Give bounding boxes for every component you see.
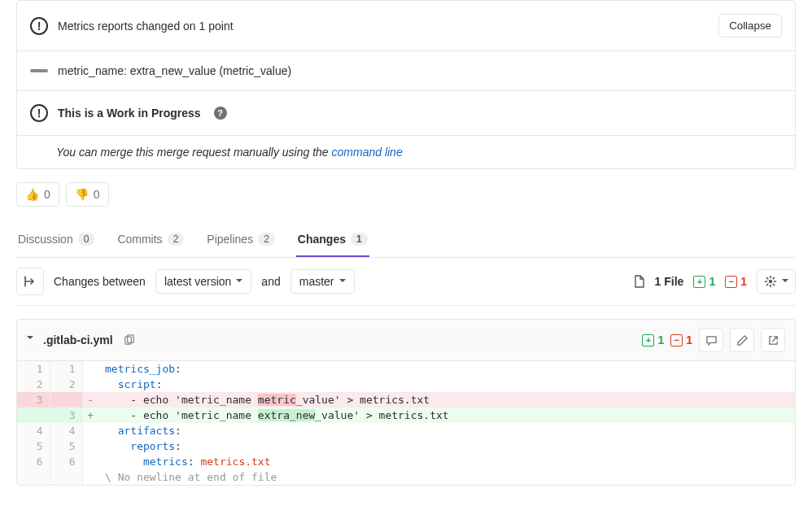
new-line-number[interactable]: 1 xyxy=(50,361,82,377)
old-line-number[interactable]: 2 xyxy=(17,377,50,392)
new-line-number[interactable] xyxy=(50,469,82,485)
diff-table: 11metrics_job:22 script:3- - echo 'metri… xyxy=(17,361,795,485)
tab-discussion-count: 0 xyxy=(78,233,95,246)
compare-bar: Changes between latest version and maste… xyxy=(16,258,796,306)
tab-discussion-label: Discussion xyxy=(18,233,73,246)
new-line-number[interactable]: 4 xyxy=(50,423,82,438)
tab-changes[interactable]: Changes 1 xyxy=(296,223,369,257)
total-removed: − 1 xyxy=(725,275,747,288)
dropdown-left-version[interactable]: latest version xyxy=(155,269,251,294)
chevron-down-icon xyxy=(339,275,346,288)
total-added: + 1 xyxy=(693,275,715,288)
file-added: + 1 xyxy=(642,333,664,346)
new-line-number[interactable] xyxy=(50,392,82,408)
old-line-number[interactable]: 5 xyxy=(17,438,50,454)
tab-pipelines[interactable]: Pipelines 2 xyxy=(205,223,277,257)
diff-code: metrics: metrics.txt xyxy=(98,454,795,469)
compare-label: Changes between xyxy=(54,275,146,288)
new-line-number[interactable]: 6 xyxy=(50,454,82,469)
tab-commits-count: 2 xyxy=(168,233,185,246)
total-added-count: 1 xyxy=(709,275,715,288)
file-count: 1 File xyxy=(655,275,684,288)
thumbs-down-icon: 👎 xyxy=(75,188,89,201)
diff-code: reports: xyxy=(98,438,795,454)
old-line-number[interactable] xyxy=(17,469,50,485)
file-removed: − 1 xyxy=(670,333,692,346)
old-line-number[interactable]: 6 xyxy=(17,454,50,469)
diff-sign xyxy=(82,377,98,392)
dropdown-right-text: master xyxy=(299,275,334,288)
wip-title: This is a Work in Progress xyxy=(58,107,201,120)
reactions-bar: 👍 0 👎 0 xyxy=(16,182,796,207)
file-removed-count: 1 xyxy=(686,333,692,346)
metrics-header-text: Metrics reports changed on 1 point xyxy=(58,20,234,33)
tab-pipelines-label: Pipelines xyxy=(207,233,253,246)
total-removed-count: 1 xyxy=(740,275,747,288)
tree-icon xyxy=(24,275,37,288)
diff-line: 55 reports: xyxy=(17,438,795,454)
command-line-link[interactable]: command line xyxy=(332,146,403,159)
comment-button[interactable] xyxy=(699,328,723,352)
tab-commits-label: Commits xyxy=(117,233,162,246)
new-line-number[interactable]: 5 xyxy=(50,438,82,454)
file-header: .gitlab-ci.yml + 1 − 1 xyxy=(17,320,795,361)
thumbs-down-count: 0 xyxy=(94,188,100,201)
compare-mid: and xyxy=(261,275,280,288)
diff-sign xyxy=(82,438,98,454)
diff-code: artifacts: xyxy=(98,423,795,438)
thumbs-up-count: 0 xyxy=(44,188,50,201)
diff-line: 3+ - echo 'metric_name extra_new_value' … xyxy=(17,408,795,423)
tab-commits[interactable]: Commits 2 xyxy=(116,223,186,257)
diff-sign xyxy=(82,454,98,469)
diff-line: \ No newline at end of file xyxy=(17,469,795,485)
wip-row: ! This is a Work in Progress ? xyxy=(17,90,795,135)
thumbs-down-button[interactable]: 👎 0 xyxy=(66,182,109,207)
mr-tabs: Discussion 0 Commits 2 Pipelines 2 Chang… xyxy=(16,223,796,258)
dropdown-right-version[interactable]: master xyxy=(290,269,355,294)
comment-icon xyxy=(705,334,718,346)
merge-hint-prefix: You can merge this merge request manuall… xyxy=(56,146,332,159)
edit-button[interactable] xyxy=(730,328,754,352)
new-line-number[interactable]: 3 xyxy=(50,408,82,423)
exclamation-icon: ! xyxy=(30,104,48,122)
merge-hint-row: You can merge this merge request manuall… xyxy=(17,135,795,168)
filename: .gitlab-ci.yml xyxy=(43,333,113,346)
tab-changes-count: 1 xyxy=(351,233,368,246)
diff-sign xyxy=(82,469,98,485)
settings-dropdown[interactable] xyxy=(757,269,796,294)
help-icon[interactable]: ? xyxy=(214,107,227,120)
metrics-change-row: metric_name: extra_new_value (metric_val… xyxy=(17,50,795,90)
diff-code: \ No newline at end of file xyxy=(98,469,795,485)
thumbs-up-button[interactable]: 👍 0 xyxy=(16,182,59,207)
thumbs-up-icon: 👍 xyxy=(25,188,39,201)
new-line-number[interactable]: 2 xyxy=(50,377,82,392)
old-line-number[interactable] xyxy=(17,408,50,423)
tab-pipelines-count: 2 xyxy=(258,233,275,246)
copy-path-icon[interactable] xyxy=(123,334,135,346)
mr-status-panel: ! Metrics reports changed on 1 point Col… xyxy=(16,0,796,169)
plus-badge-icon: + xyxy=(693,276,705,288)
metrics-change-text: metric_name: extra_new_value (metric_val… xyxy=(58,64,291,77)
tab-discussion[interactable]: Discussion 0 xyxy=(16,223,96,257)
diff-code: - echo 'metric_name extra_new_value' > m… xyxy=(98,408,795,423)
diff-code: script: xyxy=(98,377,795,392)
old-line-number[interactable]: 3 xyxy=(17,392,50,408)
old-line-number[interactable]: 1 xyxy=(17,361,50,377)
diff-line: 66 metrics: metrics.txt xyxy=(17,454,795,469)
collapse-button[interactable]: Collapse xyxy=(718,14,782,37)
chevron-down-icon[interactable] xyxy=(27,332,33,345)
metrics-header-row: ! Metrics reports changed on 1 point Col… xyxy=(17,1,795,50)
chevron-down-icon xyxy=(782,275,788,288)
gear-icon xyxy=(764,275,777,288)
diff-code: metrics_job: xyxy=(98,361,795,377)
file-added-count: 1 xyxy=(657,333,664,346)
external-button[interactable] xyxy=(761,328,785,352)
diff-sign: - xyxy=(82,392,98,408)
dropdown-left-text: latest version xyxy=(164,275,231,288)
old-line-number[interactable]: 4 xyxy=(17,423,50,438)
diff-sign xyxy=(82,361,98,377)
tree-toggle-button[interactable] xyxy=(16,268,44,295)
tab-changes-label: Changes xyxy=(298,233,346,246)
file-diff-card: .gitlab-ci.yml + 1 − 1 11metrics_job:22 … xyxy=(16,319,796,486)
diff-line: 44 artifacts: xyxy=(17,423,795,438)
